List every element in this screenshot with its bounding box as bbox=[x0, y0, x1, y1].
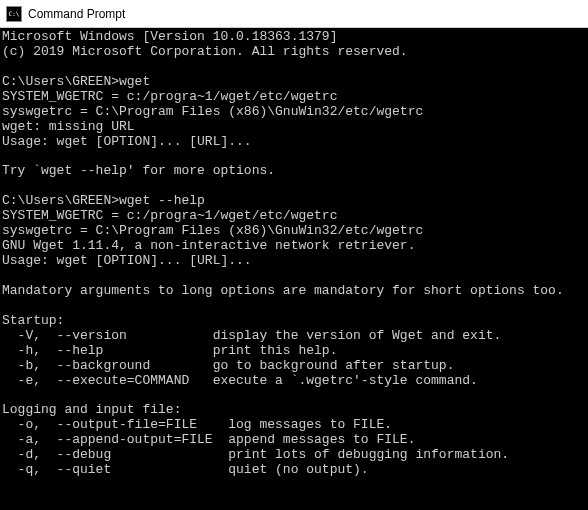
terminal-output[interactable]: Microsoft Windows [Version 10.0.18363.13… bbox=[0, 28, 588, 480]
terminal-line: -e, --execute=COMMAND execute a `.wgetrc… bbox=[2, 374, 586, 389]
terminal-line: -q, --quiet quiet (no output). bbox=[2, 463, 586, 478]
terminal-line bbox=[2, 299, 586, 314]
terminal-line: Usage: wget [OPTION]... [URL]... bbox=[2, 254, 586, 269]
terminal-line: Try `wget --help' for more options. bbox=[2, 164, 586, 179]
terminal-line: Microsoft Windows [Version 10.0.18363.13… bbox=[2, 30, 586, 45]
terminal-line: Logging and input file: bbox=[2, 403, 586, 418]
terminal-line: wget: missing URL bbox=[2, 120, 586, 135]
terminal-line: syswgetrc = C:\Program Files (x86)\GnuWi… bbox=[2, 224, 586, 239]
terminal-line: -d, --debug print lots of debugging info… bbox=[2, 448, 586, 463]
terminal-line: C:\Users\GREEN>wget bbox=[2, 75, 586, 90]
terminal-line: Usage: wget [OPTION]... [URL]... bbox=[2, 135, 586, 150]
terminal-line: SYSTEM_WGETRC = c:/progra~1/wget/etc/wge… bbox=[2, 209, 586, 224]
window-titlebar[interactable]: Command Prompt bbox=[0, 0, 588, 28]
terminal-line: syswgetrc = C:\Program Files (x86)\GnuWi… bbox=[2, 105, 586, 120]
window-title: Command Prompt bbox=[28, 7, 125, 21]
terminal-line: C:\Users\GREEN>wget --help bbox=[2, 194, 586, 209]
terminal-line: -o, --output-file=FILE log messages to F… bbox=[2, 418, 586, 433]
terminal-line: -V, --version display the version of Wge… bbox=[2, 329, 586, 344]
terminal-line: Startup: bbox=[2, 314, 586, 329]
terminal-line: Mandatory arguments to long options are … bbox=[2, 284, 586, 299]
terminal-line bbox=[2, 389, 586, 404]
terminal-line: -a, --append-output=FILE append messages… bbox=[2, 433, 586, 448]
terminal-line bbox=[2, 60, 586, 75]
cmd-icon bbox=[6, 6, 22, 22]
terminal-line: -h, --help print this help. bbox=[2, 344, 586, 359]
terminal-line: (c) 2019 Microsoft Corporation. All righ… bbox=[2, 45, 586, 60]
terminal-line bbox=[2, 269, 586, 284]
terminal-line bbox=[2, 179, 586, 194]
terminal-line: SYSTEM_WGETRC = c:/progra~1/wget/etc/wge… bbox=[2, 90, 586, 105]
terminal-line bbox=[2, 150, 586, 165]
terminal-line: -b, --background go to background after … bbox=[2, 359, 586, 374]
terminal-line: GNU Wget 1.11.4, a non-interactive netwo… bbox=[2, 239, 586, 254]
